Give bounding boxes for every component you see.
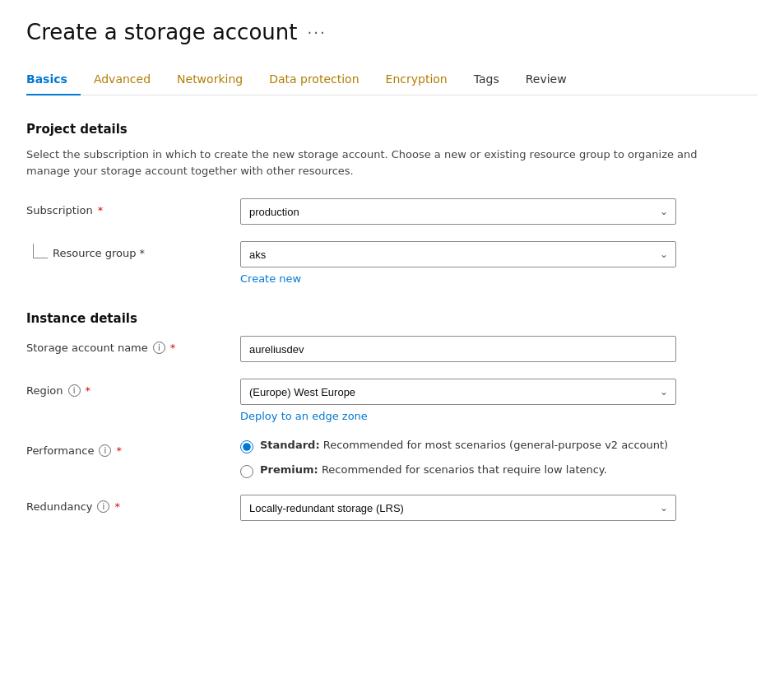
region-select-wrapper: (Europe) West Europe (US) East US (Asia)…	[240, 379, 676, 405]
resource-group-control: aks ⌄ Create new	[240, 241, 676, 285]
create-new-link[interactable]: Create new	[240, 272, 301, 285]
page-title: Create a storage account	[26, 20, 297, 44]
subscription-label: Subscription *	[26, 198, 240, 216]
tab-tags[interactable]: Tags	[461, 64, 513, 95]
subscription-required: *	[98, 204, 104, 216]
page-title-menu[interactable]: ···	[307, 24, 326, 41]
subscription-select[interactable]: production	[240, 198, 676, 225]
redundancy-info-icon[interactable]: i	[97, 500, 109, 513]
storage-name-label: Storage account name i *	[26, 336, 240, 354]
region-label: Region i *	[26, 379, 240, 397]
subscription-row: Subscription * production ⌄	[26, 198, 758, 225]
resource-group-row: Resource group * aks ⌄ Create new	[26, 241, 758, 285]
performance-label: Performance i *	[26, 439, 240, 457]
region-select[interactable]: (Europe) West Europe (US) East US (Asia)…	[240, 379, 676, 405]
redundancy-required: *	[114, 500, 120, 513]
resource-group-select[interactable]: aks	[240, 241, 676, 267]
performance-info-icon[interactable]: i	[99, 444, 111, 457]
region-info-icon[interactable]: i	[68, 384, 81, 397]
tab-data-protection[interactable]: Data protection	[256, 64, 372, 95]
tab-networking[interactable]: Networking	[164, 64, 256, 95]
storage-name-input[interactable]	[240, 336, 676, 362]
redundancy-row: Redundancy i * Locally-redundant storage…	[26, 495, 758, 521]
performance-standard-radio[interactable]	[240, 440, 253, 453]
project-details-section: Project details Select the subscription …	[26, 122, 758, 285]
subscription-control: production ⌄	[240, 198, 676, 225]
redundancy-control: Locally-redundant storage (LRS) Geo-redu…	[240, 495, 676, 521]
region-control: (Europe) West Europe (US) East US (Asia)…	[240, 379, 676, 422]
tab-encryption[interactable]: Encryption	[373, 64, 461, 95]
redundancy-label: Redundancy i *	[26, 495, 240, 513]
instance-details-title: Instance details	[26, 311, 758, 326]
indent-corner-icon	[33, 244, 48, 258]
performance-standard-option[interactable]: Standard: Recommended for most scenarios…	[240, 439, 676, 453]
resource-group-required: *	[140, 247, 146, 259]
resource-group-indent: Resource group *	[26, 241, 240, 259]
performance-premium-option[interactable]: Premium: Recommended for scenarios that …	[240, 463, 676, 478]
storage-name-info-icon[interactable]: i	[153, 342, 165, 354]
performance-premium-radio[interactable]	[240, 465, 253, 478]
performance-standard-label: Standard: Recommended for most scenarios…	[260, 439, 668, 451]
performance-row: Performance i * Standard: Recommended fo…	[26, 439, 758, 478]
storage-name-required: *	[170, 342, 176, 354]
tab-basics[interactable]: Basics	[26, 64, 81, 95]
project-details-title: Project details	[26, 122, 758, 137]
page-title-container: Create a storage account ···	[26, 20, 758, 44]
storage-name-row: Storage account name i *	[26, 336, 758, 362]
project-details-desc: Select the subscription in which to crea…	[26, 146, 701, 179]
performance-radio-group: Standard: Recommended for most scenarios…	[240, 439, 676, 478]
performance-premium-label: Premium: Recommended for scenarios that …	[260, 463, 607, 476]
tab-bar: Basics Advanced Networking Data protecti…	[26, 64, 758, 95]
instance-details-section: Instance details Storage account name i …	[26, 311, 758, 521]
tab-review[interactable]: Review	[513, 64, 580, 95]
deploy-edge-link[interactable]: Deploy to an edge zone	[240, 410, 368, 422]
redundancy-select[interactable]: Locally-redundant storage (LRS) Geo-redu…	[240, 495, 676, 521]
subscription-select-wrapper: production ⌄	[240, 198, 676, 225]
performance-control: Standard: Recommended for most scenarios…	[240, 439, 676, 478]
storage-name-control	[240, 336, 676, 362]
redundancy-select-wrapper: Locally-redundant storage (LRS) Geo-redu…	[240, 495, 676, 521]
resource-group-select-wrapper: aks ⌄	[240, 241, 676, 267]
region-row: Region i * (Europe) West Europe (US) Eas…	[26, 379, 758, 422]
region-required: *	[86, 384, 91, 397]
tab-advanced[interactable]: Advanced	[81, 64, 164, 95]
performance-required: *	[116, 444, 122, 457]
